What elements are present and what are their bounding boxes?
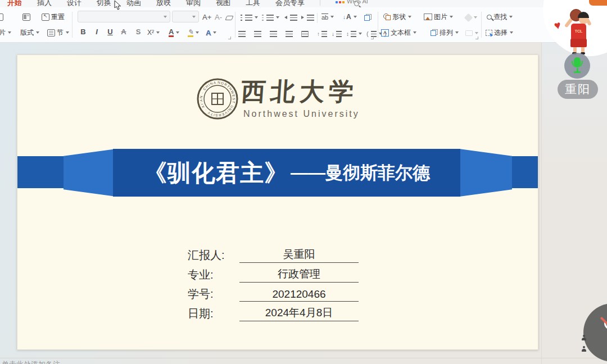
character-spacing-button[interactable]: ab [321, 12, 334, 22]
university-en-name: Northwest University [243, 109, 360, 119]
superscript-label: X² [147, 29, 154, 37]
mouse-cursor [114, 1, 122, 11]
move-down-list-icon[interactable]: ↓ [332, 29, 342, 39]
slide[interactable]: NORTHWEST UNIVERSITY · XI'AN · CHINA · 1… [17, 54, 538, 350]
field-row-student-id: 学号: 202120466 [188, 285, 359, 302]
select-label: 选择 [494, 28, 508, 38]
section-icon [47, 29, 55, 37]
info-fields[interactable]: 汇报人: 吴重阳 专业: 行政管理 学号: 202120466 日期: 2024… [188, 247, 359, 324]
paragraph-dialog-launcher-icon[interactable] [371, 37, 374, 39]
select-icon [486, 30, 492, 36]
reset-button[interactable]: 重置 [42, 12, 65, 22]
menu-tab-animation[interactable]: 动画 [126, 0, 141, 7]
menu-tab-view[interactable]: 视图 [216, 0, 230, 7]
menu-tab-insert[interactable]: 插入 [37, 0, 52, 7]
bullets-button[interactable] [241, 12, 258, 22]
reset-icon [42, 13, 49, 21]
new-slide-icon[interactable] [0, 12, 3, 22]
font-color-icon: A [169, 28, 174, 37]
title-banner[interactable]: 《驯化君主》 ——曼彻斯菲尔德 [113, 149, 460, 197]
menu-tab-home[interactable]: 开始 [7, 0, 22, 7]
menu-tab-review[interactable]: 审阅 [186, 0, 201, 7]
align-right-icon[interactable] [270, 29, 277, 39]
increase-indent-icon[interactable] [301, 12, 314, 22]
picture-button[interactable]: 图片 [424, 12, 453, 22]
wps-ai-button[interactable]: WPS AI [336, 0, 368, 4]
shapes-icon [383, 13, 391, 20]
layout-button[interactable]: 版式 [20, 28, 39, 38]
find-button[interactable]: 查找 [487, 12, 513, 22]
slideshow-icon [465, 30, 473, 36]
font-size-combobox[interactable] [172, 11, 199, 22]
new-slide-label: 幻灯片 [0, 28, 6, 38]
shrink-font-button[interactable]: A- [215, 12, 222, 22]
bold-button[interactable]: B [79, 28, 88, 38]
meeting-corner-button[interactable] [588, 0, 607, 7]
field-label: 日期: [188, 306, 239, 321]
field-row-major: 专业: 行政管理 [188, 266, 359, 283]
ribbon-toolbar: 重置 幻灯片 版式 节 A+ A- B I U A S X² A ✎ [0, 7, 607, 43]
highlight-color-button[interactable]: ✎ [188, 28, 199, 38]
select-button[interactable]: 选择 [486, 28, 513, 38]
microphone-button[interactable] [564, 53, 590, 79]
align-left-icon[interactable] [238, 29, 246, 39]
strikethrough-button[interactable]: A [119, 28, 128, 38]
layout-label: 版式 [20, 28, 34, 38]
notes-placeholder[interactable]: 单击此处添加备注 [2, 360, 60, 364]
wps-ai-dot-red [339, 1, 341, 3]
section-label: 节 [57, 28, 64, 38]
superscript-button[interactable]: X² [147, 28, 160, 38]
font-name-combobox[interactable] [78, 11, 170, 22]
avatar-shorts [570, 39, 587, 47]
menu-tab-tools[interactable]: 工具 [246, 0, 260, 7]
fill-button[interactable] [465, 12, 477, 22]
align-center-icon[interactable] [254, 29, 261, 39]
banner-right-band [510, 156, 538, 188]
clear-format-icon[interactable] [226, 13, 233, 23]
highlight-color-icon: ✎ [188, 29, 193, 37]
textbox-button[interactable]: A 文本框 [381, 28, 416, 38]
justify-icon[interactable] [286, 29, 293, 39]
font-dialog-launcher-icon[interactable] [228, 37, 231, 39]
reset-label: 重置 [51, 12, 65, 22]
slide-title-book: 《驯化君主》 [143, 157, 288, 189]
italic-button[interactable]: I [92, 28, 101, 38]
avatar-jersey: TCL [571, 24, 586, 40]
convert-to-diagram-icon[interactable] [364, 12, 372, 22]
toolbar-separator [481, 12, 482, 38]
jersey-text: TCL [571, 29, 586, 34]
search-icon[interactable] [354, 1, 359, 6]
line-spacing-button[interactable]: ↕ [346, 29, 362, 39]
text-shadow-button[interactable]: S [134, 28, 143, 38]
shapes-button[interactable]: 形状 [383, 12, 411, 22]
text-effects-icon: A [206, 29, 211, 37]
distribute-text-icon[interactable] [301, 29, 309, 39]
field-label: 专业: [188, 267, 239, 283]
numbering-button[interactable] [262, 12, 279, 22]
text-effects-button[interactable]: A [206, 28, 216, 38]
character-spacing-icon: ab [321, 13, 328, 21]
university-logo[interactable]: NORTHWEST UNIVERSITY · XI'AN · CHINA · 1… [196, 78, 365, 124]
text-direction-button[interactable]: ↓ A [343, 12, 357, 22]
section-button[interactable]: 节 [47, 28, 69, 38]
menu-tab-design[interactable]: 设计 [67, 0, 81, 7]
field-value: 2024年4月8日 [239, 306, 359, 321]
decrease-indent-icon[interactable] [284, 12, 297, 22]
menu-tab-transition[interactable]: 切换 [97, 0, 111, 7]
wps-ai-dot-blue [336, 1, 338, 3]
mini-participant-icon [581, 335, 586, 340]
menu-tab-slideshow[interactable]: 放映 [156, 0, 171, 7]
field-value: 202120466 [239, 288, 359, 302]
move-up-list-icon[interactable]: ↑ [317, 29, 327, 39]
insert-dialog-launcher-icon[interactable] [475, 37, 478, 39]
arrange-button[interactable]: 排列 [431, 28, 459, 38]
toolbar-separator [378, 12, 378, 38]
menu-tab-membership[interactable]: 会员专享 [275, 0, 305, 7]
underline-button[interactable]: U [106, 28, 115, 38]
font-color-button[interactable]: A [169, 28, 179, 38]
field-label: 学号: [188, 286, 239, 302]
application-window: 开始 插入 设计 切换 动画 放映 审阅 视图 工具 会员专享 WPS AI [0, 0, 607, 364]
participant-name-badge: 重阳 [558, 80, 598, 99]
grow-font-button[interactable]: A+ [202, 12, 211, 22]
new-slide-button[interactable]: 幻灯片 [0, 28, 11, 38]
